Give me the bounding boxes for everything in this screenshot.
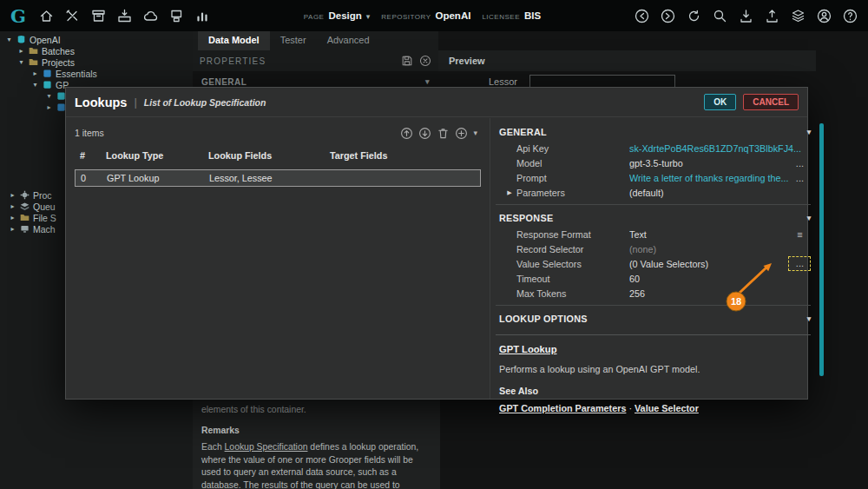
- expander-icon[interactable]: ▾: [17, 58, 25, 66]
- properties-panel-header: PROPERTIES: [193, 50, 438, 71]
- add-icon[interactable]: [455, 127, 468, 140]
- expander-icon[interactable]: ▾: [45, 92, 53, 100]
- grooper-logo: G: [10, 5, 26, 27]
- chevron-down-icon[interactable]: ▾: [807, 128, 812, 136]
- machine-icon: [20, 224, 30, 234]
- column-header-num: #: [80, 150, 106, 161]
- move-down-icon[interactable]: [418, 127, 431, 140]
- expander-right-icon[interactable]: ▶: [503, 189, 516, 196]
- lookup-table-row[interactable]: 0 GPT Lookup Lessor, Lessee: [75, 169, 481, 187]
- user-icon[interactable]: [817, 9, 832, 23]
- lookup-table-header: # Lookup Type Lookup Fields Target Field…: [75, 146, 481, 164]
- home-icon[interactable]: [39, 9, 54, 23]
- page-context[interactable]: PAGE Design ▾: [304, 10, 371, 21]
- prop-row-response-format[interactable]: Response Format Text ≡: [496, 227, 811, 241]
- description-title: GPT Lookup: [499, 344, 807, 354]
- section-lookup-options[interactable]: LOOKUP OPTIONS ▾: [496, 310, 811, 327]
- expander-icon[interactable]: ▸: [17, 47, 25, 55]
- prop-row-parameters[interactable]: ▶ Parameters (default): [496, 185, 811, 200]
- archive-icon[interactable]: [91, 9, 106, 23]
- expander-icon[interactable]: ▾: [31, 81, 39, 89]
- tab-advanced[interactable]: Advanced: [317, 31, 380, 50]
- prop-row-prompt[interactable]: Prompt Write a letter of thanks regardin…: [496, 170, 811, 185]
- chevron-down-icon[interactable]: ▾: [807, 314, 812, 323]
- prop-row-record-selector[interactable]: Record Selector (none): [496, 241, 811, 256]
- tree-item-label: Mach: [33, 224, 56, 235]
- import-box-icon[interactable]: [117, 9, 132, 23]
- move-up-icon[interactable]: [400, 127, 413, 140]
- layers-icon[interactable]: [791, 9, 806, 23]
- dialog-subtitle: List of Lookup Specification: [144, 97, 266, 108]
- chart-icon[interactable]: [195, 9, 210, 23]
- tree-item-label: Proc: [33, 190, 52, 201]
- ok-button[interactable]: OK: [704, 94, 736, 110]
- expander-icon[interactable]: ▸: [9, 225, 16, 233]
- tree-item-projects[interactable]: ▾ Projects: [0, 56, 193, 68]
- prop-label: Max Tokens: [516, 288, 629, 299]
- delete-icon[interactable]: [437, 127, 450, 140]
- tools-icon[interactable]: [65, 9, 80, 23]
- add-dropdown-icon[interactable]: ▾: [473, 129, 477, 137]
- cloud-icon[interactable]: [143, 9, 158, 23]
- tree-item-label: Batches: [42, 46, 75, 56]
- tree-item-openai[interactable]: ▾ OpenAI: [0, 34, 193, 45]
- ellipsis-button[interactable]: ...: [788, 173, 811, 183]
- prop-value: Text: [629, 229, 788, 240]
- remarks-pre: Each: [201, 442, 225, 452]
- dialog-header: Lookups | List of Lookup Specification O…: [66, 88, 807, 117]
- ellipsis-button[interactable]: ...: [788, 158, 811, 169]
- section-response[interactable]: RESPONSE ▾: [496, 209, 811, 227]
- prop-row-max-tokens[interactable]: Max Tokens 256: [496, 286, 811, 301]
- help-text-panel: elements of this container. Remarks Each…: [193, 395, 440, 489]
- prop-label: Record Selector: [516, 244, 629, 254]
- download-icon[interactable]: [739, 9, 753, 23]
- database-icon: [16, 35, 26, 44]
- help-icon[interactable]: [843, 9, 858, 23]
- prop-row-model[interactable]: Model gpt-3.5-turbo ...: [496, 155, 811, 170]
- expander-icon[interactable]: ▸: [9, 214, 16, 221]
- upload-icon[interactable]: [765, 9, 779, 23]
- expander-icon[interactable]: ▸: [45, 103, 53, 111]
- prop-row-timeout[interactable]: Timeout 60: [496, 271, 811, 286]
- list-toolbar: 1 items ▾: [75, 125, 481, 141]
- tree-item-batches[interactable]: ▸ Batches: [0, 45, 193, 56]
- value-selectors-ellipsis-button[interactable]: ...: [788, 256, 811, 271]
- close-circle-icon[interactable]: [419, 55, 431, 67]
- devices-icon[interactable]: [169, 9, 184, 23]
- expander-icon[interactable]: ▸: [9, 191, 16, 199]
- back-icon[interactable]: [635, 9, 649, 23]
- refresh-icon[interactable]: [687, 9, 701, 23]
- licensee-context: LICENSEE BIS: [482, 10, 541, 21]
- value-selector-link[interactable]: Value Selector: [635, 403, 699, 413]
- items-count: 1 items: [75, 128, 104, 138]
- forward-icon[interactable]: [661, 9, 675, 23]
- tab-tester[interactable]: Tester: [270, 31, 317, 50]
- props-scrollbar-thumb[interactable]: [819, 123, 824, 376]
- chevron-down-icon[interactable]: ▾: [366, 12, 371, 21]
- tree-item-essentials[interactable]: ▸ Essentials: [0, 68, 193, 79]
- cancel-button[interactable]: CANCEL: [743, 94, 799, 110]
- repository-value: OpenAI: [436, 10, 471, 21]
- prop-row-value-selectors[interactable]: Value Selectors (0 Value Selectors) ...: [496, 256, 811, 271]
- prop-row-api-key[interactable]: Api Key sk-XdrtePoB4Res6B1ZD7nqT3BlbkFJ4…: [496, 141, 811, 155]
- list-tools: ▾: [400, 127, 481, 140]
- prop-value: 256: [629, 288, 811, 299]
- section-general[interactable]: GENERAL ▾: [496, 123, 811, 141]
- gear-icon: [20, 190, 30, 200]
- save-icon[interactable]: [401, 55, 413, 67]
- gpt-completion-parameters-link[interactable]: GPT Completion Parameters: [499, 403, 626, 413]
- expander-icon[interactable]: ▾: [5, 36, 13, 43]
- content-tabs: Data Model Tester Advanced: [193, 31, 438, 50]
- tree-item-label: Projects: [42, 57, 75, 68]
- menu-icon[interactable]: ≡: [788, 229, 811, 240]
- see-also-label: See Also: [499, 386, 807, 396]
- cell-num: 0: [81, 173, 107, 183]
- page-context-label: PAGE: [304, 13, 325, 21]
- search-icon[interactable]: [713, 9, 727, 23]
- lookup-specification-link[interactable]: Lookup Specification: [225, 442, 308, 452]
- expander-icon[interactable]: ▸: [9, 202, 16, 210]
- expander-icon[interactable]: ▸: [31, 69, 39, 77]
- dialog-title: Lookups: [75, 96, 127, 109]
- chevron-down-icon[interactable]: ▾: [807, 214, 812, 222]
- tab-data-model[interactable]: Data Model: [198, 31, 270, 50]
